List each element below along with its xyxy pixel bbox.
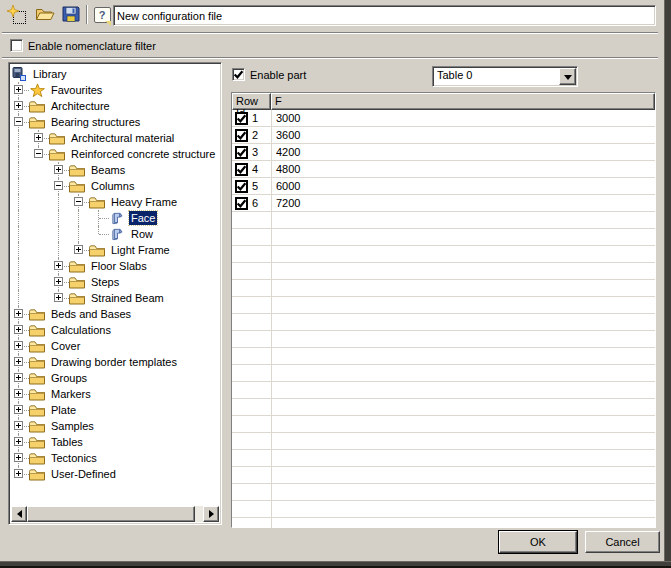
table-row[interactable]: 56000	[232, 178, 655, 195]
tree-item-label[interactable]: Beams	[89, 163, 127, 177]
tree-item-beams[interactable]: Beams	[9, 162, 221, 178]
tree-item-light-frame[interactable]: Light Frame	[9, 242, 221, 258]
scrollbar-track[interactable]	[195, 506, 203, 522]
tree-item-label[interactable]: Heavy Frame	[109, 195, 179, 209]
collapse-minus-icon[interactable]	[74, 197, 83, 206]
table-row[interactable]: 44800	[232, 161, 655, 178]
tree-item-reinforced-concrete-structure[interactable]: Reinforced concrete structure	[9, 146, 221, 162]
tree-item-label[interactable]: Tables	[49, 435, 85, 449]
tree-item-steps[interactable]: Steps	[9, 274, 221, 290]
cancel-button[interactable]: Cancel	[585, 531, 660, 553]
expand-plus-icon[interactable]	[14, 437, 23, 446]
tree-item-label[interactable]: Steps	[89, 275, 121, 289]
expand-plus-icon[interactable]	[14, 325, 23, 334]
tree-item-label[interactable]: Favourites	[49, 83, 104, 97]
row-checkbox[interactable]	[235, 163, 248, 176]
tree-item-architectural-material[interactable]: Architectural material	[9, 130, 221, 146]
expand-plus-icon[interactable]	[14, 357, 23, 366]
tree-item-groups[interactable]: Groups	[9, 370, 221, 386]
tree-item-columns[interactable]: Columns	[9, 178, 221, 194]
tree-item-label[interactable]: Cover	[49, 339, 82, 353]
expand-plus-icon[interactable]	[14, 373, 23, 382]
tree-item-markers[interactable]: Markers	[9, 386, 221, 402]
scrollbar-thumb[interactable]	[27, 506, 195, 522]
tree-item-label[interactable]: Strained Beam	[89, 291, 166, 305]
expand-plus-icon[interactable]	[54, 261, 63, 270]
tree-item-user-defined[interactable]: User-Defined	[9, 466, 221, 482]
tree-item-heavy-frame[interactable]: Heavy Frame	[9, 194, 221, 210]
expand-plus-icon[interactable]	[14, 309, 23, 318]
tree-item-face[interactable]: Face	[9, 210, 221, 226]
tree-item-label[interactable]: Row	[129, 227, 155, 241]
tree-item-floor-slabs[interactable]: Floor Slabs	[9, 258, 221, 274]
collapse-minus-icon[interactable]	[54, 181, 63, 190]
tree-item-beds-and-bases[interactable]: Beds and Bases	[9, 306, 221, 322]
row-checkbox[interactable]	[235, 146, 248, 159]
tree-item-plate[interactable]: Plate	[9, 402, 221, 418]
tree-item-label[interactable]: Bearing structures	[49, 115, 142, 129]
tree-item-label[interactable]: Samples	[49, 419, 96, 433]
tree-item-label[interactable]: Columns	[89, 179, 136, 193]
expand-plus-icon[interactable]	[14, 341, 23, 350]
tree-item-tectonics[interactable]: Tectonics	[9, 450, 221, 466]
tree-item-cover[interactable]: Cover	[9, 338, 221, 354]
tree-item-label[interactable]: Plate	[49, 403, 78, 417]
tree-item-label[interactable]: Library	[31, 67, 69, 81]
table-row[interactable]: 67200	[232, 195, 655, 212]
scroll-left-button[interactable]	[11, 506, 27, 522]
tree-item-label[interactable]: Tectonics	[49, 451, 99, 465]
collapse-minus-icon[interactable]	[34, 149, 43, 158]
configuration-name-input[interactable]	[113, 5, 656, 26]
tree-horizontal-scrollbar[interactable]	[11, 506, 219, 522]
tree-item-architecture[interactable]: Architecture	[9, 98, 221, 114]
column-header-row-id[interactable]: Row Id	[232, 93, 271, 110]
tree-item-library[interactable]: Library	[9, 66, 221, 82]
tree-item-bearing-structures[interactable]: Bearing structures	[9, 114, 221, 130]
table-row[interactable]: 23600	[232, 127, 655, 144]
expand-plus-icon[interactable]	[54, 165, 63, 174]
expand-plus-icon[interactable]	[14, 101, 23, 110]
expand-plus-icon[interactable]	[54, 277, 63, 286]
collapse-minus-icon[interactable]	[14, 117, 23, 126]
open-button[interactable]	[34, 4, 56, 26]
tree-item-label[interactable]: Beds and Bases	[49, 307, 133, 321]
tree-item-strained-beam[interactable]: Strained Beam	[9, 290, 221, 306]
table-row[interactable]: 13000	[232, 110, 655, 127]
tree-item-label[interactable]: Groups	[49, 371, 89, 385]
table-row[interactable]: 34200	[232, 144, 655, 161]
tree-item-favourites[interactable]: Favourites	[9, 82, 221, 98]
expand-plus-icon[interactable]	[14, 421, 23, 430]
row-checkbox[interactable]	[235, 180, 248, 193]
tree-item-label[interactable]: Architecture	[49, 99, 112, 113]
new-file-button[interactable]	[6, 4, 28, 26]
expand-plus-icon[interactable]	[74, 245, 83, 254]
expand-plus-icon[interactable]	[14, 405, 23, 414]
tree-item-samples[interactable]: Samples	[9, 418, 221, 434]
tree-item-label[interactable]: Floor Slabs	[89, 259, 149, 273]
expand-plus-icon[interactable]	[34, 133, 43, 142]
tree-item-label[interactable]: Architectural material	[69, 131, 176, 145]
nomenclature-filter-checkbox[interactable]	[10, 39, 23, 52]
enable-part-checkbox[interactable]	[232, 68, 245, 81]
row-checkbox[interactable]	[235, 197, 248, 210]
row-checkbox[interactable]	[235, 129, 248, 142]
tree-item-drawing-border-templates[interactable]: Drawing border templates	[9, 354, 221, 370]
tree-item-label[interactable]: Drawing border templates	[49, 355, 179, 369]
expand-plus-icon[interactable]	[14, 85, 23, 94]
tree-item-label[interactable]: Calculations	[49, 323, 113, 337]
tree-item-tables[interactable]: Tables	[9, 434, 221, 450]
tree-item-label[interactable]: User-Defined	[49, 467, 118, 481]
help-button[interactable]: ?	[91, 4, 113, 26]
ok-button[interactable]: OK	[498, 530, 578, 554]
expand-plus-icon[interactable]	[14, 453, 23, 462]
tree-item-label[interactable]: Reinforced concrete structure	[69, 147, 217, 161]
expand-plus-icon[interactable]	[14, 469, 23, 478]
tree-item-calculations[interactable]: Calculations	[9, 322, 221, 338]
column-header-f[interactable]: F	[271, 93, 655, 110]
tree-item-row[interactable]: Row	[9, 226, 221, 242]
table-select-dropdown[interactable]: Table 0	[432, 66, 578, 87]
tree-item-label[interactable]: Markers	[49, 387, 93, 401]
tree-item-label[interactable]: Face	[129, 211, 157, 225]
scroll-right-button[interactable]	[203, 506, 219, 522]
tree-item-label[interactable]: Light Frame	[109, 243, 172, 257]
